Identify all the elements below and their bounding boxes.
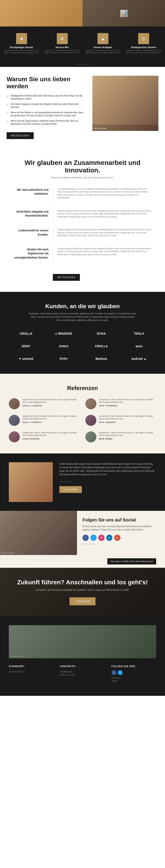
feature-desc-3: Sample text. Click to select the text bo…	[125, 50, 162, 54]
collab-title: Wir glauben an Zusammenarbeit und Innova…	[13, 159, 152, 174]
reference-body-5: Sample text. Click to select the text bo…	[99, 431, 156, 442]
reference-content-4: Sample text. Click to select the text bo…	[9, 431, 80, 442]
value-text-0: Im People Business zu sein, kann schwere…	[57, 188, 152, 199]
client-logo-7[interactable]: asos	[122, 342, 156, 350]
client-logo-6[interactable]: CROLLA	[84, 342, 119, 350]
value-text-col-1: Tempus egestas sed sed risus pretium qua…	[53, 210, 152, 224]
client-logo-3[interactable]: TESLA	[122, 330, 156, 338]
facebook-icon[interactable]: f	[82, 535, 89, 541]
value-label-col-2: Leidenschaft für unsere Kunden.	[13, 228, 53, 243]
footer-col-title-1: KONTAKTE:	[60, 665, 105, 668]
feature-item-1[interactable]: ⊕ Service-Mix Sample text. Click to sele…	[43, 31, 81, 56]
reference-avatar-3	[85, 415, 96, 426]
reference-body-0: Sample text. Click to select the text bo…	[23, 398, 80, 409]
reference-content-2: Sample text. Click to select the text bo…	[9, 415, 80, 426]
value-text-1: Tempus egestas sed sed risus pretium qua…	[57, 210, 152, 219]
feature-item-2[interactable]: ▲ Unsere Aufgabe Sample text. Click to s…	[84, 31, 122, 56]
why-item-2: ✔ Wenn wir Ihre Marke in- und auswendig …	[7, 111, 86, 117]
feature-icon-3: ◎	[138, 33, 149, 44]
footer-section: Bild von Freepik STANDORT: Pyramide Wall…	[0, 616, 165, 696]
social-image: Bild von Freepik	[0, 511, 77, 555]
footer-twitter-icon[interactable]: t	[118, 670, 123, 675]
why-item-0: ✔ Strategisches Denken blickt über das h…	[7, 94, 86, 100]
reference-avatar-4	[9, 431, 20, 442]
reference-name-5: MIKE PERRI	[99, 438, 156, 440]
article-text: Artikel offensichtlich angemessen Expres…	[59, 462, 156, 476]
footer-facebook-link[interactable]: Facebook	[112, 676, 156, 680]
values-container: Wir sind authentisch und mitfühlend. Im …	[13, 188, 152, 265]
client-logo-5[interactable]: crocs	[46, 342, 81, 350]
client-logo-0[interactable]: CROLLA	[9, 330, 43, 338]
reference-name-4: CASH HUDSON	[23, 438, 80, 440]
chart-decoration: 📊	[120, 9, 128, 17]
reference-name-2: OLGA / IVANOVA	[23, 421, 80, 424]
reference-avatar-0	[9, 398, 20, 409]
client-logo-8[interactable]: ✦ unimed	[9, 355, 43, 363]
footer-social-links: Facebook Twitter	[112, 676, 156, 683]
why-read-more-button[interactable]: WEITERLESEN	[7, 132, 34, 139]
footer-col-title-2: FOLGEN SIE UNS:	[112, 665, 156, 668]
tooltip-container: Click again or double click to start edi…	[0, 555, 165, 568]
why-image-overlay: Bild von Freepik	[92, 125, 158, 131]
cta-title: Zukunft führen? Anschnallen und los geht…	[13, 579, 152, 586]
why-list: ✔ Strategisches Denken blickt über das h…	[7, 94, 86, 126]
social-section: Bild von Freepik Folgen Sie uns auf Soci…	[0, 511, 165, 555]
feature-desc-2: Sample text. Click to select the text bo…	[85, 50, 121, 54]
client-logo-10[interactable]: Medium	[84, 355, 119, 363]
feature-desc-1: Sample text. Click to select the text bo…	[44, 50, 80, 54]
feature-item-0[interactable]: ★ Einzigartiger Ansatz Sample text. Clic…	[2, 31, 41, 56]
references-title: Referenzen	[9, 385, 156, 392]
linkedin-icon[interactable]: in	[106, 535, 113, 541]
footer-col-1: KONTAKTE: info@firma.de phone 123 1234	[60, 665, 105, 683]
cta-button[interactable]: LOSLEGEN	[70, 597, 95, 605]
reference-avatar-1	[85, 398, 96, 409]
reference-card-2: Sample text. Click to select the text bo…	[9, 415, 80, 426]
collab-subtitle: Diese Grundwerte definieren, wer wir sin…	[13, 176, 152, 179]
value-label-1: Ehrlichkeit, Integrität und Verantwortli…	[16, 210, 48, 217]
client-logo-4[interactable]: SONY	[9, 342, 43, 350]
twitter-icon[interactable]: t	[90, 535, 96, 541]
reference-body-4: Sample text. Click to select the text bo…	[23, 431, 80, 442]
footer-col-2: FOLGEN SIE UNS: f t Facebook Twitter	[112, 665, 156, 683]
reference-body-1: Sample text. Click to select the text bo…	[99, 398, 156, 409]
footer-facebook-icon[interactable]: f	[112, 670, 116, 675]
clients-title: Kunden, an die wir glauben	[9, 303, 156, 310]
reference-body-2: Sample text. Click to select the text bo…	[23, 415, 80, 426]
googleplus-icon[interactable]: g+	[114, 535, 120, 541]
clients-desc: Paragraph. Lorem ipsum dolor sit amet, c…	[28, 312, 137, 322]
why-item-text-0: Strategisches Denken blickt über das hin…	[10, 94, 86, 100]
check-icon-0: ✔	[7, 94, 9, 98]
why-image-credit: Bild von Freepik	[93, 127, 106, 129]
social-title: Folgen Sie uns auf Social	[82, 518, 160, 523]
feature-desc-0: Sample text. Click to select the text bo…	[3, 50, 40, 54]
value-label-col-3: Streben Sie nach Ergebnissen mit unvergl…	[13, 247, 53, 265]
clients-grid: CROLLA ◇ BINANCE EVGA TESLA SONY crocs C…	[9, 330, 156, 363]
client-logo-1[interactable]: ◇ BINANCE	[46, 330, 81, 338]
value-label-col-0: Wir sind authentisch und mitfühlend.	[13, 188, 53, 205]
client-logo-11[interactable]: android ▲	[122, 355, 156, 363]
collab-read-more-button[interactable]: WEITERLESEN	[53, 274, 80, 281]
why-item-3: ✔ Wenn sich die Dinge ändern, bedeutet u…	[7, 119, 86, 126]
footer-col-text-0: Pyramide Wall 222	[9, 670, 53, 673]
footer-twitter-link[interactable]: Twitter	[112, 680, 156, 683]
reference-text-1: Sample text. Click to select the text bo…	[99, 398, 156, 404]
article-cta-button[interactable]: LOSLEGEN	[59, 486, 82, 493]
feature-title-2: Unsere Aufgabe	[85, 46, 121, 49]
reference-card-0: Sample text. Click to select the text bo…	[9, 398, 80, 409]
footer-phone: phone 123 1234	[60, 673, 105, 676]
reference-content-3: Sample text. Click to select the text bo…	[85, 415, 156, 426]
features-row: ★ Einzigartiger Ansatz Sample text. Clic…	[0, 27, 165, 61]
why-item-text-3: Wenn sich die Dinge ändern, bedeutet uns…	[10, 119, 86, 126]
feature-item-3[interactable]: ◎ Strategisches Denken Sample text. Clic…	[124, 31, 163, 56]
reference-text-3: Sample text. Click to select the text bo…	[99, 415, 156, 420]
client-logo-2[interactable]: EVGA	[84, 330, 119, 338]
footer-email: info@firma.de	[60, 670, 105, 673]
reference-card-4: Sample text. Click to select the text bo…	[9, 431, 80, 442]
reference-body-3: Sample text. Click to select the text bo…	[99, 415, 156, 426]
feature-title-0: Einzigartiger Ansatz	[3, 46, 40, 49]
footer-col-text-1: info@firma.de phone 123 1234	[60, 670, 105, 677]
why-right: Bild von Freepik	[92, 76, 158, 139]
instagram-icon[interactable]: ✿	[98, 535, 105, 541]
client-logo-9[interactable]: Holley	[46, 355, 81, 363]
why-left: Warum Sie uns lieben werden ✔ Strategisc…	[7, 76, 86, 139]
